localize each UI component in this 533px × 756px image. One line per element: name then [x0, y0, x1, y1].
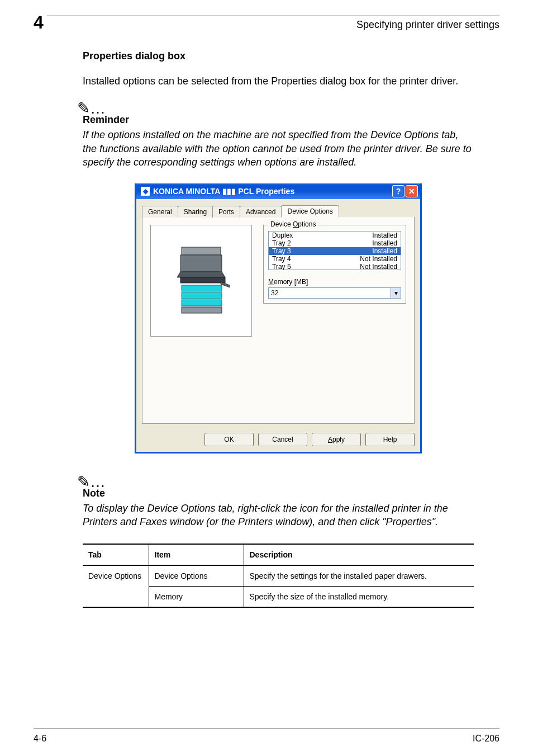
tab-ports[interactable]: Ports — [212, 206, 240, 218]
running-header: Specifying printer driver settings — [356, 19, 499, 31]
table-header-description: Description — [244, 544, 474, 565]
printer-preview — [150, 225, 252, 337]
svg-rect-5 — [182, 285, 222, 291]
svg-rect-0 — [182, 247, 221, 255]
reminder-label: Reminder — [83, 114, 474, 126]
section-heading: Properties dialog box — [83, 50, 474, 62]
tab-device-options[interactable]: Device Options — [281, 205, 339, 218]
option-name: Tray 3 — [272, 247, 291, 255]
bottom-rule — [34, 729, 499, 729]
help-button[interactable]: Help — [365, 433, 415, 446]
list-item[interactable]: Duplex Installed — [269, 231, 401, 239]
option-name: Duplex — [272, 231, 293, 239]
top-rule — [34, 16, 499, 16]
table-header-tab: Tab — [83, 544, 149, 565]
chevron-down-icon[interactable]: ▾ — [391, 288, 401, 298]
note-body: To display the Device Options tab, right… — [83, 502, 474, 529]
titlebar-close-button[interactable]: ✕ — [406, 185, 418, 197]
cancel-button[interactable]: Cancel — [258, 433, 307, 446]
cell-description: Specify the size of the installed memory… — [244, 586, 474, 607]
titlebar-help-button[interactable]: ? — [392, 185, 404, 197]
cell-item: Device Options — [149, 565, 244, 587]
title-suffix: PCL Properties — [238, 187, 294, 196]
option-status: Installed — [372, 247, 397, 255]
svg-rect-1 — [180, 255, 222, 272]
footer-page: 4-6 — [34, 734, 46, 744]
option-name: Tray 2 — [272, 239, 291, 247]
option-name: Tray 4 — [272, 255, 291, 263]
option-name: Tray 5 — [272, 263, 291, 270]
device-options-list[interactable]: Duplex Installed Tray 2 Installed Tray 3… — [268, 231, 401, 270]
svg-rect-6 — [182, 292, 222, 299]
list-item[interactable]: Tray 4 Not Installed — [269, 255, 401, 263]
list-item-selected[interactable]: Tray 3 Installed — [269, 247, 401, 255]
memory-label: Memory [MB] — [268, 278, 401, 286]
list-item[interactable]: Tray 2 Installed — [269, 239, 401, 247]
svg-rect-3 — [180, 277, 225, 283]
properties-dialog: ◆ KONICA MINOLTA ▮▮▮ PCL Properties ? ✕ … — [135, 183, 422, 453]
memory-select[interactable]: 32 ▾ — [268, 287, 401, 299]
tab-general[interactable]: General — [142, 206, 178, 218]
tab-sharing[interactable]: Sharing — [178, 206, 213, 218]
note-label: Note — [83, 488, 474, 499]
option-status: Installed — [372, 239, 397, 247]
app-icon: ◆ — [141, 187, 150, 196]
cell-tab: Device Options — [83, 565, 149, 607]
tab-strip: General Sharing Ports Advanced Device Op… — [142, 205, 415, 218]
dialog-button-row: OK Cancel Apply Help — [136, 428, 420, 452]
svg-marker-2 — [177, 272, 225, 277]
chapter-number: 4 — [34, 12, 47, 33]
intro-paragraph: Installed options can be selected from t… — [83, 74, 474, 88]
option-status: Not Installed — [360, 255, 397, 263]
tab-advanced[interactable]: Advanced — [240, 206, 282, 218]
footer-model: IC-206 — [473, 734, 499, 744]
option-status: Not Installed — [360, 263, 397, 270]
options-table: Tab Item Description Device Options Devi… — [83, 544, 474, 608]
tab-panel: Device Options Duplex Installed Tray 2 I… — [142, 217, 415, 424]
table-header-item: Item — [149, 544, 244, 565]
title-masked: ▮▮▮ — [222, 187, 236, 196]
list-item[interactable]: Tray 5 Not Installed — [269, 263, 401, 270]
ok-button[interactable]: OK — [204, 433, 254, 446]
title-prefix: KONICA MINOLTA — [153, 187, 220, 196]
svg-rect-7 — [182, 300, 222, 306]
svg-rect-8 — [182, 307, 222, 313]
titlebar[interactable]: ◆ KONICA MINOLTA ▮▮▮ PCL Properties ? ✕ — [136, 183, 420, 199]
group-legend: Device Options — [268, 220, 318, 228]
cell-description: Specify the settings for the installed p… — [244, 565, 474, 587]
reminder-body: If the options installed on the machine … — [83, 128, 474, 169]
apply-button[interactable]: Apply — [312, 433, 361, 446]
cell-item: Memory — [149, 586, 244, 607]
option-status: Installed — [372, 231, 397, 239]
device-options-group: Device Options Duplex Installed Tray 2 I… — [263, 225, 406, 304]
printer-illustration — [165, 242, 237, 320]
memory-value: 32 — [271, 289, 278, 297]
table-row: Device Options Device Options Specify th… — [83, 565, 474, 587]
